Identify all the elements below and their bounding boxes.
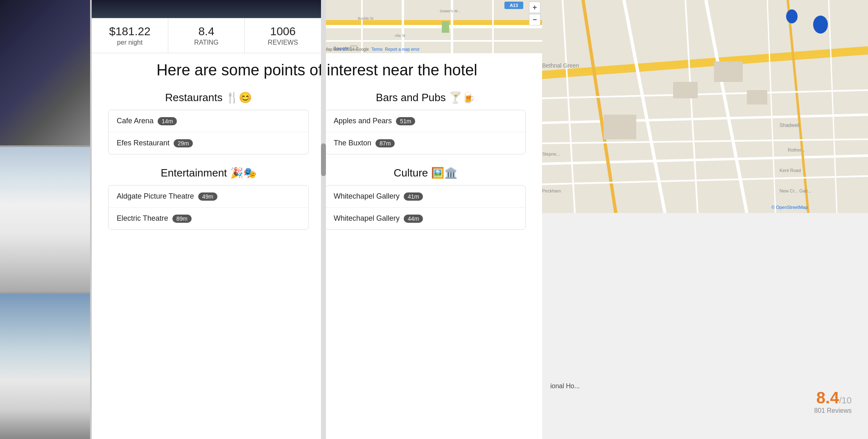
poi-name: Electric Theatre [117,214,168,223]
reviews-label: REVIEWS [249,39,317,46]
list-item: Electric Theatre 89m [108,208,308,229]
svg-text:Bethnal Green: Bethnal Green [542,62,579,69]
right-panel: ional Ho... 8.4/10 801 Reviews [542,213,868,439]
list-item: Cafe Arena 14m [108,110,308,132]
poi-name: Aldgate Picture Theatre [117,192,194,201]
culture-list: Whitechapel Gallery 41m Whitechapel Gall… [325,185,526,230]
map-controls: + − [529,2,540,25]
svg-text:Peckham: Peckham [542,188,561,193]
distance-badge: 51m [396,117,415,125]
distance-badge: 14m [158,117,177,125]
reviews-stat: 1006 REVIEWS [245,18,321,53]
svg-text:Stepne...: Stepne... [542,152,560,156]
poi-name: Whitechapel Gallery [334,214,400,223]
svg-text:Kent Road: Kent Road [780,168,801,173]
hotel-image-1[interactable] [0,0,90,145]
price-value: $181.22 [96,25,164,38]
scrollbar-thumb[interactable] [321,143,326,176]
svg-text:Buckle St: Buckle St [358,16,374,20]
poi-section: Here are some points of interest near th… [92,53,542,238]
rating-value: 8.4 [172,25,240,38]
list-item: Whitechapel Gallery 41m [326,186,525,208]
poi-category-restaurants: Restaurants 🍴😊 Cafe Arena 14m Efes Resta… [108,91,309,154]
poi-name: Efes Restaurant [117,139,170,147]
svg-text:A13: A13 [510,3,518,8]
list-item: Apples and Pears 51m [326,110,525,132]
svg-rect-35 [604,115,636,139]
scrollbar[interactable] [321,0,326,439]
distance-badge: 87m [375,139,395,147]
poi-name: The Buxton [334,139,371,147]
svg-text:New Cr... Gati...: New Cr... Gati... [780,188,811,193]
svg-text:© OpenStreetMap: © OpenStreetMap [771,205,808,210]
rating-stat: 8.4 RATING [168,18,245,53]
svg-text:Alie St: Alie St [395,34,406,38]
price-stat: $181.22 per night [92,18,168,53]
distance-badge: 41m [404,192,423,201]
restaurants-title: Restaurants 🍴😊 [108,91,309,104]
distance-badge: 29m [174,139,193,147]
right-rating-max: /10 [839,395,852,405]
distance-badge: 89m [172,215,192,223]
svg-rect-32 [673,82,698,98]
svg-text:Gower's W...: Gower's W... [440,9,461,13]
hotel-image-2[interactable] [0,147,90,292]
reviews-value: 1006 [249,25,317,38]
map-footer: Map data ©2024 Google Terms Report a map… [321,47,542,52]
distance-badge: 44m [404,215,423,223]
bars-title: Bars and Pubs 🍸🍺 [325,91,526,104]
map-terms-link[interactable]: Terms [371,47,382,52]
rating-label: RATING [172,39,240,46]
distance-badge: 49m [198,192,217,201]
poi-grid: Restaurants 🍴😊 Cafe Arena 14m Efes Resta… [108,91,526,230]
map-data-label: Map data ©2024 Google [324,47,369,52]
right-reviews-label: 801 Reviews [814,407,852,414]
zoom-out-button[interactable]: − [529,14,540,25]
svg-rect-34 [747,90,767,104]
entertainment-list: Aldgate Picture Theatre 49m Electric The… [108,185,309,230]
list-item: Whitechapel Gallery 44m [326,208,525,229]
hotel-image-sidebar [0,0,90,439]
list-item: Efes Restaurant 29m [108,132,308,154]
poi-category-entertainment: Entertainment 🎉🎭 Aldgate Picture Theatre… [108,167,309,230]
bars-list: Apples and Pears 51m The Buxton 87m [325,110,526,154]
right-hotel-name: ional Ho... [550,382,580,390]
list-item: The Buxton 87m [326,132,525,154]
poi-category-culture: Culture 🖼️🏛️ Whitechapel Gallery 41m Whi… [325,167,526,230]
restaurants-list: Cafe Arena 14m Efes Restaurant 29m [108,110,309,154]
price-label: per night [96,39,164,46]
culture-title: Culture 🖼️🏛️ [325,167,526,179]
svg-rect-13 [442,21,449,33]
hotel-header-image: $181.22 per night 8.4 RATING 1006 REVIEW… [92,0,321,53]
hotel-image-3[interactable] [0,294,90,439]
right-rating-value: 8.4 [816,389,839,407]
right-map[interactable]: Bethnal Green Shadwell Rother... Kent Ro… [542,0,868,213]
inline-map[interactable]: A13 Buckle St Gower's W... Alie St Googl… [321,0,542,53]
poi-name: Apples and Pears [334,117,392,125]
poi-name: Cafe Arena [117,117,154,125]
svg-text:Rother...: Rother... [788,147,805,152]
svg-text:Shadwell: Shadwell [780,122,800,128]
poi-category-bars: Bars and Pubs 🍸🍺 Apples and Pears 51m Th… [325,91,526,154]
main-content-panel: $181.22 per night 8.4 RATING 1006 REVIEW… [92,0,542,439]
right-rating-block: 8.4/10 801 Reviews [814,389,852,414]
poi-heading: Here are some points of interest near th… [108,61,526,79]
svg-rect-33 [714,61,743,82]
list-item: Aldgate Picture Theatre 49m [108,186,308,208]
poi-name: Whitechapel Gallery [334,192,400,201]
zoom-in-button[interactable]: + [529,2,540,13]
map-report-link[interactable]: Report a map error [385,47,419,52]
entertainment-title: Entertainment 🎉🎭 [108,167,309,179]
